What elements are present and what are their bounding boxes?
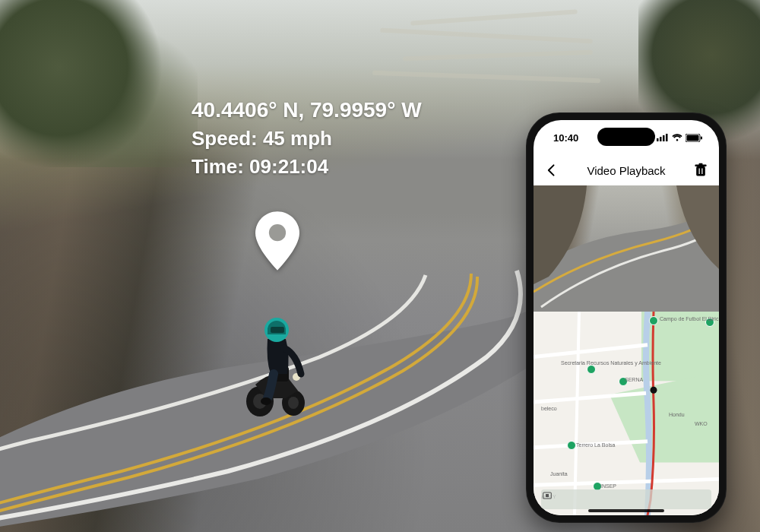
dynamic-island bbox=[597, 128, 655, 146]
svg-rect-10 bbox=[657, 138, 659, 141]
svg-rect-9 bbox=[271, 327, 284, 333]
back-button[interactable] bbox=[544, 163, 559, 178]
map-label: WKO bbox=[695, 421, 708, 426]
gps-coordinates: 40.4406° N, 79.9959° W bbox=[192, 96, 422, 125]
app-header: Video Playback bbox=[534, 155, 719, 185]
home-indicator[interactable] bbox=[588, 509, 664, 512]
svg-rect-13 bbox=[666, 134, 668, 141]
svg-rect-16 bbox=[701, 136, 702, 139]
location-pin-icon bbox=[255, 211, 299, 271]
map-label: Campo de Futbol El Birichiche bbox=[660, 316, 719, 321]
map-label: Juanita bbox=[550, 471, 568, 477]
svg-rect-19 bbox=[699, 163, 703, 166]
status-time: 10:40 bbox=[553, 132, 578, 144]
status-icons bbox=[657, 134, 702, 142]
svg-point-23 bbox=[651, 387, 657, 394]
phone-map[interactable]: Campo de Futbol El Birichiche Secretaria… bbox=[534, 312, 719, 515]
svg-point-4 bbox=[288, 397, 299, 409]
map-poi-pin[interactable] bbox=[593, 482, 600, 489]
phone-screen: 10:40 Video Playback bbox=[534, 120, 719, 515]
gps-speed: Speed: 45 mph bbox=[192, 125, 422, 154]
wifi-icon bbox=[672, 134, 682, 141]
map-poi-pin[interactable] bbox=[587, 365, 594, 372]
map-poi-pin[interactable] bbox=[567, 441, 575, 448]
svg-rect-20 bbox=[699, 169, 700, 175]
gps-overlay: 40.4406° N, 79.9959° W Speed: 45 mph Tim… bbox=[192, 96, 422, 182]
map-poi-pin[interactable] bbox=[649, 316, 657, 324]
svg-rect-15 bbox=[687, 135, 699, 141]
svg-rect-17 bbox=[696, 166, 705, 176]
map-label: beleco bbox=[541, 406, 557, 411]
svg-rect-11 bbox=[660, 137, 662, 141]
phone-mockup: 10:40 Video Playback bbox=[526, 112, 727, 523]
map-label: Secretaria Recursos Naturales y Ambiente bbox=[561, 360, 661, 366]
motorcyclist bbox=[233, 301, 324, 423]
cellular-icon bbox=[657, 134, 669, 141]
gps-time: Time: 09:21:04 bbox=[192, 153, 422, 182]
scene-root: 40.4406° N, 79.9959° W Speed: 45 mph Tim… bbox=[0, 0, 760, 532]
map-label: SERNA bbox=[625, 377, 643, 382]
foliage-left bbox=[0, 0, 198, 167]
svg-rect-21 bbox=[701, 169, 702, 175]
map-label: INSEP bbox=[600, 483, 616, 489]
battery-icon bbox=[686, 134, 702, 142]
playback-icon bbox=[541, 489, 553, 502]
map-label: Terrero La Bolsa bbox=[576, 442, 615, 448]
svg-point-7 bbox=[261, 397, 271, 405]
svg-point-0 bbox=[269, 224, 286, 241]
svg-rect-25 bbox=[546, 494, 549, 497]
phone-video-preview[interactable] bbox=[534, 185, 719, 312]
delete-button[interactable] bbox=[693, 163, 708, 178]
playback-bar[interactable] bbox=[541, 489, 711, 509]
svg-rect-12 bbox=[663, 135, 665, 141]
header-title: Video Playback bbox=[587, 164, 665, 177]
map-label: Hondu bbox=[669, 412, 685, 417]
